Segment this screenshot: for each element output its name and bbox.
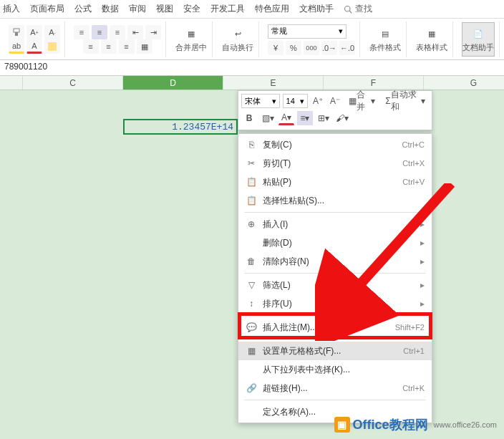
align-top-button[interactable]: ≡ xyxy=(74,25,89,39)
mini-font-combo[interactable]: 宋体▾ xyxy=(241,94,280,108)
context-menu: ⎘复制(C)Ctrl+C✂剪切(T)Ctrl+X📋粘贴(P)Ctrl+V📋选择性… xyxy=(238,133,432,423)
wrap-text-button[interactable]: ↩自动换行 xyxy=(221,22,254,57)
dec-inc-button[interactable]: .0→ xyxy=(321,41,337,55)
indent-dec-button[interactable]: ⇤ xyxy=(127,25,143,39)
fill-color-button[interactable] xyxy=(44,39,60,54)
currency-button[interactable]: ¥ xyxy=(268,41,284,55)
ribbon: A+ A- ab A ≡ ≡ ≡ ⇤ ⇥ ≡ ≡ ≡ ▦ ▦合并居中 ↩自动换行… xyxy=(0,19,504,60)
menu-label: 删除(D) xyxy=(258,237,420,249)
comma-button[interactable]: 000 xyxy=(304,41,319,55)
search-icon xyxy=(344,5,352,14)
col-header-blank[interactable] xyxy=(0,76,23,90)
menu-icon: ↕ xyxy=(244,299,258,309)
menu-item-6[interactable]: 删除(D)▸ xyxy=(238,233,432,252)
wrap-label: 自动换行 xyxy=(222,42,253,53)
menu-shortcut: Ctrl+C xyxy=(402,140,425,149)
menu-item-16[interactable]: 🔗超链接(H)...Ctrl+K xyxy=(238,379,432,397)
tab-pagelayout[interactable]: 页面布局 xyxy=(30,3,64,15)
col-header-e[interactable]: E xyxy=(223,76,324,90)
submenu-arrow-icon: ▸ xyxy=(420,219,425,229)
svg-point-0 xyxy=(345,6,351,11)
tab-special[interactable]: 特色应用 xyxy=(255,3,289,15)
mini-size-combo[interactable]: 14▾ xyxy=(283,94,308,108)
search-box[interactable]: 查找 xyxy=(344,3,372,15)
watermark-url: www.office26.com xyxy=(434,420,497,429)
tab-formula[interactable]: 公式 xyxy=(74,3,92,15)
menu-icon: ⊕ xyxy=(244,219,258,229)
mini-fontcolor-button[interactable]: A▾ xyxy=(278,111,294,125)
font-decrease-button[interactable]: A- xyxy=(44,25,60,39)
tab-devtools[interactable]: 开发工具 xyxy=(210,3,245,15)
tab-data[interactable]: 数据 xyxy=(102,3,119,15)
menu-icon: ✂ xyxy=(244,158,258,168)
menu-label: 从下拉列表中选择(K)... xyxy=(258,364,425,376)
align-left-button[interactable]: ≡ xyxy=(83,39,99,54)
tab-review[interactable]: 审阅 xyxy=(129,3,146,15)
align-center-button[interactable]: ≡ xyxy=(101,39,117,54)
table-style-button[interactable]: ▦表格样式 xyxy=(415,22,448,57)
menu-label: 清除内容(N) xyxy=(258,256,420,268)
cond-format-button[interactable]: ▤条件格式 xyxy=(369,22,402,57)
mini-font-dec-button[interactable]: A⁻ xyxy=(328,94,342,108)
percent-button[interactable]: % xyxy=(286,41,301,55)
menu-label: 剪切(T) xyxy=(258,158,402,170)
menu-separator xyxy=(244,212,426,213)
chevron-down-icon: ▾ xyxy=(272,97,276,106)
menu-item-7[interactable]: 🗑清除内容(N)▸ xyxy=(238,252,432,271)
tab-insert[interactable]: 插入 xyxy=(3,3,20,15)
tab-dochelper[interactable]: 文档助手 xyxy=(299,3,334,15)
number-format-combo[interactable]: 常规▾ xyxy=(268,24,346,39)
svg-rect-4 xyxy=(48,42,57,51)
watermark-suffix: 教程网 xyxy=(389,418,428,432)
font-color-button[interactable]: A xyxy=(26,39,42,54)
menu-item-10[interactable]: ↕排序(U)▸ xyxy=(238,294,432,313)
menu-item-1[interactable]: ✂剪切(T)Ctrl+X xyxy=(238,154,432,173)
svg-rect-2 xyxy=(14,29,19,32)
align-bottom-button[interactable]: ≡ xyxy=(110,25,125,39)
active-cell[interactable]: 1.23457E+14 xyxy=(123,119,238,135)
menu-icon: ⎘ xyxy=(244,140,258,150)
menu-item-9[interactable]: ▽筛选(L)▸ xyxy=(238,276,432,294)
col-header-f[interactable]: F xyxy=(324,76,424,90)
col-header-d[interactable]: D xyxy=(123,76,223,90)
indent-inc-button[interactable]: ⇥ xyxy=(145,25,161,39)
mini-bold-button[interactable]: B xyxy=(241,111,257,125)
menu-item-15[interactable]: 从下拉列表中选择(K)... xyxy=(238,360,432,379)
chevron-down-icon: ▾ xyxy=(339,26,343,36)
menu-item-2[interactable]: 📋粘贴(P)Ctrl+V xyxy=(238,173,432,191)
col-header-c[interactable]: C xyxy=(23,76,123,90)
col-header-g[interactable]: G xyxy=(424,76,504,90)
menu-icon: 🗑 xyxy=(244,256,258,266)
menu-item-0[interactable]: ⎘复制(C)Ctrl+C xyxy=(238,135,432,154)
align-right-button[interactable]: ≡ xyxy=(119,39,135,54)
formula-bar[interactable]: 789001120 xyxy=(0,60,504,76)
highlight-button[interactable]: ab xyxy=(9,39,24,54)
menu-item-3[interactable]: 📋选择性粘贴(S)... xyxy=(238,191,432,210)
dochelp-label: 文档助手 xyxy=(462,42,494,53)
mini-align-button[interactable]: ≡▾ xyxy=(297,111,313,125)
format-painter-button[interactable] xyxy=(9,25,24,39)
tab-security[interactable]: 安全 xyxy=(183,3,200,15)
font-increase-button[interactable]: A+ xyxy=(26,25,42,39)
merge-center-button[interactable]: ▦合并居中 xyxy=(175,22,208,57)
sheet-area[interactable]: C D E F G 1.23457E+14 宋体▾ 14▾ A⁺ A⁻ ▦合并▾… xyxy=(0,76,504,439)
menu-item-14[interactable]: ▦设置单元格格式(F)...Ctrl+1 xyxy=(238,342,432,360)
submenu-arrow-icon: ▸ xyxy=(420,238,425,248)
menu-shortcut: Ctrl+K xyxy=(402,384,425,392)
mini-format-button[interactable]: 🖌▾ xyxy=(334,111,350,125)
mini-merge-button[interactable]: ▦合并▾ xyxy=(345,94,379,108)
doc-helper-button[interactable]: 📄文档助手 xyxy=(462,22,495,57)
mini-font-inc-button[interactable]: A⁺ xyxy=(311,94,325,108)
align-middle-button[interactable]: ≡ xyxy=(92,25,107,39)
mini-fill-button[interactable]: ▧▾ xyxy=(260,111,276,125)
merge-across-button[interactable]: ▦ xyxy=(137,39,152,54)
mini-autosum-button[interactable]: Σ自动求和▾ xyxy=(382,94,429,108)
menu-item-12[interactable]: 💬插入批注(M)...Shift+F2 xyxy=(238,318,432,337)
menu-item-5[interactable]: ⊕插入(I)▸ xyxy=(238,215,432,233)
menu-label: 筛选(L) xyxy=(258,279,420,291)
dec-dec-button[interactable]: ←.0 xyxy=(339,41,355,55)
column-headers: C D E F G xyxy=(0,76,504,90)
tab-view[interactable]: 视图 xyxy=(156,3,173,15)
mini-border-button[interactable]: ⊞▾ xyxy=(316,111,331,125)
watermark-brand: Office xyxy=(353,418,389,432)
